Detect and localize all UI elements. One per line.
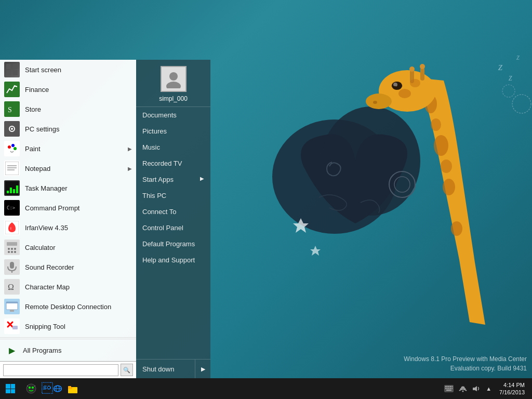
right-item-control-panel[interactable]: Control Panel <box>136 220 210 236</box>
svg-text:S: S <box>8 106 12 114</box>
shutdown-row: Shut down ▶ <box>136 359 210 378</box>
shutdown-arrow-button[interactable]: ▶ <box>195 360 210 378</box>
svg-rect-93 <box>449 388 451 389</box>
svg-rect-29 <box>6 70 11 75</box>
user-profile-section: simpl_000 <box>136 60 210 107</box>
all-programs-label: All Programs <box>23 347 132 354</box>
program-item-pc-settings[interactable]: PC settings <box>0 119 136 139</box>
right-item-label-recorded-tv: Recorded TV <box>142 159 182 167</box>
svg-point-15 <box>373 101 377 104</box>
program-item-command-prompt[interactable]: C:>Command Prompt <box>0 198 136 218</box>
svg-rect-47 <box>10 188 12 193</box>
program-icon-store: S <box>4 101 20 117</box>
svg-point-6 <box>434 135 448 156</box>
right-item-label-default-programs: Default Programs <box>142 240 195 248</box>
svg-rect-90 <box>451 386 453 387</box>
svg-point-18 <box>409 66 415 72</box>
right-item-arrow-start-apps: ▶ <box>200 176 204 181</box>
svg-point-96 <box>462 391 464 392</box>
program-item-irfanview[interactable]: iIrfanView 4.35 <box>0 218 136 237</box>
taskbar-clock[interactable]: 4:14 PM 7/16/2013 <box>495 381 529 396</box>
svg-rect-85 <box>68 386 71 388</box>
svg-rect-46 <box>7 191 9 193</box>
program-label-finance: Finance <box>25 86 132 94</box>
right-item-music[interactable]: Music <box>136 139 210 155</box>
taskbar-icon-bug[interactable] <box>21 378 42 399</box>
program-icon-irfanview: i <box>4 220 20 235</box>
svg-point-60 <box>11 251 13 253</box>
svg-rect-41 <box>5 162 19 175</box>
program-label-pc-settings: PC settings <box>25 125 132 133</box>
svg-rect-89 <box>449 386 451 387</box>
right-item-start-apps[interactable]: Start Apps▶ <box>136 171 210 188</box>
start-button[interactable] <box>0 378 21 399</box>
program-icon-calculator <box>4 240 20 255</box>
program-icon-snipping-tool <box>4 318 20 334</box>
svg-rect-28 <box>12 64 18 69</box>
right-item-documents[interactable]: Documents <box>136 107 210 123</box>
program-item-store[interactable]: SStore <box>0 99 136 119</box>
program-item-sound-recorder[interactable]: Sound Recorder <box>0 257 136 277</box>
program-item-task-manager[interactable]: Task Manager <box>0 178 136 198</box>
program-label-calculator: Calculator <box>25 244 132 251</box>
network-icon[interactable] <box>457 378 469 399</box>
shutdown-button[interactable]: Shut down <box>136 361 195 377</box>
svg-point-74 <box>166 82 181 88</box>
program-label-task-manager: Task Manager <box>25 184 132 192</box>
program-icon-notepad <box>4 161 20 176</box>
svg-point-9 <box>431 118 441 131</box>
program-label-paint: Paint <box>25 145 123 153</box>
program-item-notepad[interactable]: Notepad▶ <box>0 158 136 178</box>
right-item-recorded-tv[interactable]: Recorded TV <box>136 155 210 171</box>
program-item-snipping-tool[interactable]: Snipping Tool <box>0 316 136 336</box>
all-programs-button[interactable]: ▶ All Programs <box>0 339 136 361</box>
svg-rect-17 <box>420 68 424 81</box>
svg-rect-55 <box>7 242 17 246</box>
program-item-paint[interactable]: Paint▶ <box>0 139 136 158</box>
right-item-pictures[interactable]: Pictures <box>136 123 210 139</box>
program-arrow-paint: ▶ <box>128 146 132 152</box>
notification-arrow[interactable]: ▲ <box>484 378 493 399</box>
program-label-store: Store <box>25 105 132 113</box>
program-item-character-map[interactable]: ΩCharacter Map <box>0 277 136 297</box>
svg-point-10 <box>441 159 452 173</box>
svg-point-20 <box>398 89 411 98</box>
windows-logo-icon <box>6 384 15 393</box>
program-item-remote-desktop[interactable]: Remote Desktop Connection <box>0 297 136 316</box>
svg-point-57 <box>11 248 13 250</box>
program-item-finance[interactable]: Finance <box>0 79 136 99</box>
svg-rect-48 <box>13 189 15 193</box>
taskbar-icon-ie[interactable]:  <box>42 378 62 399</box>
program-icon-command-prompt: C:> <box>4 200 20 216</box>
program-label-sound-recorder: Sound Recorder <box>25 263 132 271</box>
svg-rect-97 <box>473 388 475 390</box>
volume-icon[interactable] <box>471 378 482 399</box>
program-item-calculator[interactable]: Calculator <box>0 237 136 257</box>
svg-text:z: z <box>516 52 520 61</box>
right-item-help-support[interactable]: Help and Support <box>136 252 210 268</box>
keyboard-icon[interactable] <box>443 378 455 399</box>
svg-point-61 <box>14 251 16 253</box>
right-item-this-pc[interactable]: This PC <box>136 188 210 204</box>
right-item-default-programs[interactable]: Default Programs <box>136 236 210 252</box>
right-item-label-music: Music <box>142 143 160 151</box>
taskbar-icon-explorer[interactable] <box>62 378 83 399</box>
program-icon-sound-recorder <box>4 259 20 275</box>
right-item-label-help-support: Help and Support <box>142 256 195 264</box>
program-icon-remote-desktop <box>4 299 20 314</box>
username-label: simpl_000 <box>159 95 188 102</box>
svg-point-58 <box>14 248 16 250</box>
user-avatar[interactable] <box>161 66 187 92</box>
taskbar:  <box>0 378 532 399</box>
search-input[interactable] <box>3 364 118 376</box>
start-menu-separator <box>0 337 136 338</box>
svg-rect-72 <box>12 326 18 329</box>
right-item-connect-to[interactable]: Connect To <box>136 204 210 220</box>
svg-point-77 <box>32 387 34 389</box>
svg-text:i: i <box>10 226 11 231</box>
ie-icon:  <box>42 382 53 395</box>
program-item-start-screen[interactable]: Start screen <box>0 60 136 79</box>
program-label-snipping-tool: Snipping Tool <box>25 323 132 330</box>
svg-text:z: z <box>498 60 503 73</box>
search-button[interactable]: 🔍 <box>121 364 133 376</box>
